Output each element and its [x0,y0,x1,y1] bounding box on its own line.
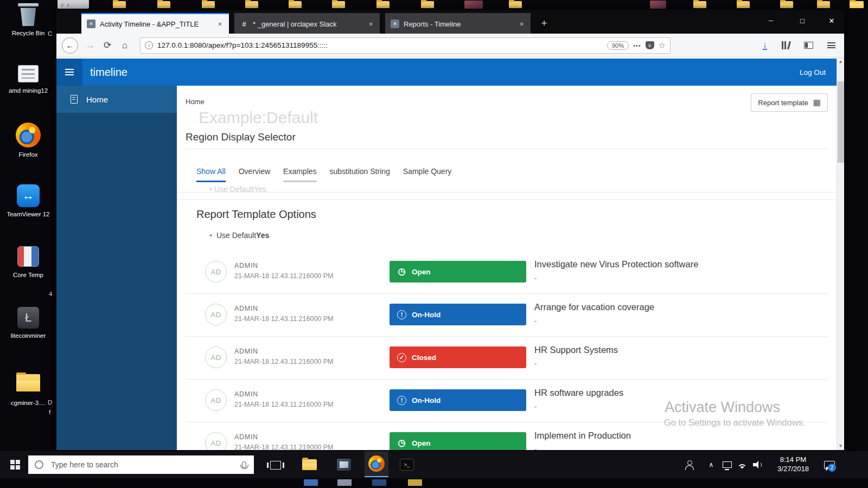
start-button[interactable] [5,458,25,472]
scroll-up-icon[interactable]: ▲ [837,59,844,64]
desktop-icon-label[interactable]: cgminer-3.... [1,399,55,407]
partial-icon-label: D [48,399,52,406]
report-row: AD ADMIN 21-MAR-18 12.43.11.216000 PM ◷ … [186,251,828,294]
url-bar[interactable]: i 127.0.0.1:8080/apex/f?p=103:1:24565131… [140,37,671,54]
tab-overview[interactable]: Overview [239,167,270,182]
avatar: AD [205,346,227,368]
notification-badge: 2 [828,464,836,472]
row-user: ADMIN [234,390,258,398]
use-default-bullet: •Use DefaultYes [209,231,269,240]
zoom-indicator[interactable]: 90% [607,41,629,50]
status-badge-open[interactable]: ◷ Open [390,261,526,282]
refresh-button[interactable]: ⟳ [99,40,116,51]
scroll-down-icon[interactable]: ▼ [837,444,844,448]
logout-link[interactable]: Log Out [800,68,826,76]
browser-tab[interactable]: ✕ Reports - Timeline ✕ [385,13,531,34]
wifi-button[interactable] [736,460,749,469]
status-badge-onhold[interactable]: ! On-Hold [390,304,526,325]
tab-sample-query[interactable]: Sample Query [403,167,451,182]
volume-button[interactable] [751,460,765,470]
network-button[interactable] [720,460,733,470]
firefox-icon [368,455,385,472]
folder-icon [780,1,793,8]
taskbar-search[interactable]: Type here to search [28,455,254,474]
apex-favicon: ✕ [391,20,399,28]
close-tab-icon[interactable]: ✕ [217,20,224,28]
status-badge-open[interactable]: ◷ Open [390,432,526,450]
library-icon[interactable] [781,41,790,49]
microphone-icon[interactable] [242,461,246,468]
site-info-icon[interactable]: i [145,41,153,49]
taskbar-clock[interactable]: 8:14 PM 3/27/2018 [767,455,819,473]
status-label: Open [412,268,431,276]
taskbar: Type here to search >_ ∧ 8:14 PM 3/27/20… [0,451,868,478]
url-text[interactable]: 127.0.0.1:8080/apex/f?p=103:1:2456513118… [157,41,603,49]
row-subtitle: - [534,445,537,450]
sidebar-toggle-icon[interactable] [804,42,813,49]
amd-mining-icon[interactable] [18,65,39,82]
desktop-icon-label[interactable]: Core Temp [1,271,55,279]
section-title: Report Template Options [196,208,316,221]
firefox-icon[interactable] [16,123,41,147]
page-scrollbar[interactable]: ▲ ▼ [837,57,844,450]
report-template-button[interactable]: Report template ▦ [751,93,828,112]
background-window: ♪♪ [58,0,89,9]
back-button[interactable]: ← [62,37,78,54]
bookmark-star-icon[interactable]: ☆ [659,41,666,50]
search-placeholder: Type here to search [51,460,118,469]
downloads-icon[interactable]: ↓ [763,41,768,50]
status-badge-onhold[interactable]: ! On-Hold [390,389,526,411]
avatar: AD [205,304,227,325]
desktop-icon-label[interactable]: litecoinminer [1,332,55,340]
command-prompt-button[interactable]: >_ [397,459,417,471]
tab-title: * _general | orclapex Slack [253,20,363,28]
row-user: ADMIN [234,262,258,269]
close-window-button[interactable]: ✕ [819,10,844,31]
desktop-icon-label[interactable]: TeamViewer 12 [1,210,55,219]
litecoinminer-icon[interactable] [17,307,39,329]
browser-tab-active[interactable]: ✕ Activity Timeline - &APP_TITLE ✕ [81,13,229,34]
maximize-button[interactable]: □ [790,10,815,31]
sidebar-item-home[interactable]: Home [56,86,177,113]
tab-examples[interactable]: Examples [283,167,316,182]
row-user: ADMIN [234,305,258,312]
menu-hamburger-icon[interactable] [827,42,835,48]
action-center-button[interactable]: 2 [821,459,838,470]
status-label: On-Hold [412,396,441,404]
status-badge-closed[interactable]: ✓ Closed [390,346,526,368]
file-explorer-button[interactable] [299,459,319,471]
browser-tab[interactable]: # * _general | orclapex Slack ✕ [234,13,380,34]
cgminer-folder-icon[interactable] [16,374,40,391]
page-actions-icon[interactable]: ••• [633,42,641,49]
tab-substitution-string[interactable]: substitution String [330,167,390,182]
desktop-icon-label[interactable]: Firefox [1,151,55,159]
breadcrumb[interactable]: Home [186,98,205,106]
people-button[interactable] [682,460,697,470]
desktop-icon-label[interactable]: Recycle Bin [1,29,55,37]
scrollbar-thumb[interactable] [838,81,844,163]
clock-icon: ◷ [397,267,406,277]
bullet-label: Use Default [216,231,256,240]
screen: ♪♪ Recycle Bin C amd mining12 Firefox Te… [0,0,868,488]
task-view-icon [270,461,281,470]
task-view-button[interactable] [266,460,285,471]
tray-expand-button[interactable]: ∧ [705,460,717,470]
home-button[interactable]: ⌂ [116,40,133,51]
close-tab-icon[interactable]: ✕ [519,20,525,28]
forward-button[interactable]: → [81,40,99,51]
desktop-icon-label[interactable]: amd mining12 [1,87,55,95]
tab-show-all[interactable]: Show All [196,167,226,182]
grid-icon: ▦ [813,98,821,107]
close-tab-icon[interactable]: ✕ [368,20,374,28]
pocket-icon[interactable]: ∨ [646,41,654,49]
new-tab-button[interactable]: + [536,15,552,31]
minimize-button[interactable]: ─ [758,10,783,31]
pinned-app-button[interactable] [334,459,354,471]
tab-title: Activity Timeline - &APP_TITLE [100,20,213,28]
teamviewer-icon[interactable] [17,184,40,207]
nav-menu-button[interactable] [56,59,82,86]
core-temp-icon[interactable] [17,246,39,267]
activate-windows-watermark: Activate Windows [665,399,780,416]
firefox-taskbar-button[interactable] [365,451,388,477]
recycle-bin-icon[interactable] [19,5,37,26]
